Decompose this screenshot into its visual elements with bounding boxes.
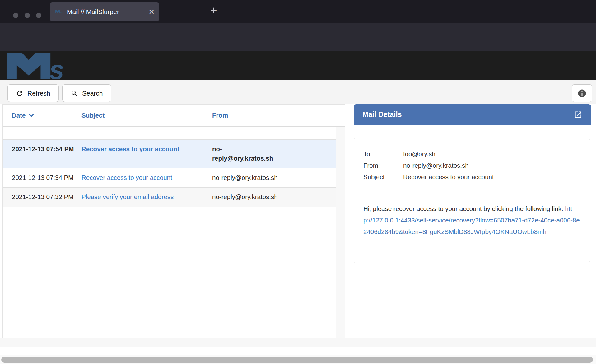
subject-value: Recover access to your account bbox=[403, 171, 494, 183]
mailslurper-logo: s bbox=[7, 53, 74, 79]
window-controls[interactable] bbox=[13, 13, 41, 18]
svg-text:s: s bbox=[49, 55, 64, 79]
mailslurper-favicon-icon: s bbox=[55, 8, 63, 15]
horizontal-scrollbar-thumb[interactable] bbox=[1, 357, 593, 363]
mail-list-panel: Date Subject From 2021-12-13 07:54 PM Re… bbox=[2, 104, 345, 338]
mail-row[interactable]: 2021-12-13 07:54 PM Recover access to yo… bbox=[3, 139, 345, 168]
mail-subject-link[interactable]: Recover access to your account bbox=[81, 174, 172, 181]
footer-gap bbox=[0, 347, 596, 355]
mail-body-text: Hi, please recover access to your accoun… bbox=[363, 205, 565, 212]
sort-chevron-down-icon bbox=[29, 114, 34, 117]
list-vertical-scrollbar[interactable] bbox=[336, 127, 345, 338]
window-minimize-dot[interactable] bbox=[25, 13, 30, 18]
mail-details-title: Mail Details bbox=[362, 110, 402, 119]
to-value: foo@ory.sh bbox=[403, 148, 435, 160]
refresh-label: Refresh bbox=[27, 90, 50, 97]
browser-window: s Mail // MailSlurper × + 127.0.0.1:4436… bbox=[0, 0, 596, 364]
search-label: Search bbox=[82, 90, 103, 97]
mail-date: 2021-12-13 07:54 PM bbox=[3, 144, 81, 163]
svg-text:s: s bbox=[60, 11, 62, 14]
mail-from: no-reply@ory.kratos.sh bbox=[212, 192, 287, 202]
list-spacer bbox=[3, 127, 345, 139]
browser-tab[interactable]: s Mail // MailSlurper × bbox=[50, 2, 159, 21]
mail-row[interactable]: 2021-12-13 07:32 PM Please verify your e… bbox=[3, 187, 345, 207]
from-label: From: bbox=[363, 160, 403, 171]
from-value: no-reply@ory.kratos.sh bbox=[403, 160, 469, 171]
info-button[interactable] bbox=[572, 84, 592, 102]
new-tab-button[interactable]: + bbox=[210, 4, 217, 17]
mail-from: no-reply@ory.kratos.sh bbox=[212, 144, 287, 163]
mail-row[interactable]: 2021-12-13 07:34 PM Recover access to yo… bbox=[3, 168, 345, 187]
info-icon bbox=[577, 89, 587, 98]
mail-date: 2021-12-13 07:34 PM bbox=[3, 173, 81, 182]
search-icon bbox=[71, 90, 78, 97]
window-maximize-dot[interactable] bbox=[36, 13, 41, 18]
mail-details-card: To: foo@ory.sh From: no-reply@ory.kratos… bbox=[354, 138, 590, 263]
mail-from-row: From: no-reply@ory.kratos.sh bbox=[363, 160, 580, 171]
mail-subject-link[interactable]: Recover access to your account bbox=[81, 145, 179, 152]
subject-label: Subject: bbox=[363, 171, 403, 183]
mail-body: Hi, please recover access to your accoun… bbox=[363, 203, 580, 237]
external-link-icon[interactable] bbox=[574, 110, 582, 119]
column-header-from[interactable]: From bbox=[212, 112, 287, 119]
tab-title: Mail // MailSlurper bbox=[67, 8, 146, 16]
mail-to-row: To: foo@ory.sh bbox=[363, 148, 580, 160]
browser-tab-bar: s Mail // MailSlurper × + bbox=[0, 0, 596, 23]
footer-strip bbox=[0, 338, 596, 347]
column-header-subject[interactable]: Subject bbox=[81, 112, 212, 119]
action-toolbar: Refresh Search bbox=[0, 80, 596, 104]
mail-details-header: Mail Details bbox=[354, 104, 591, 125]
horizontal-scrollbar[interactable] bbox=[0, 355, 596, 364]
card-divider bbox=[363, 191, 580, 191]
to-label: To: bbox=[363, 148, 403, 160]
mailslurper-header: s bbox=[0, 51, 596, 80]
mail-date: 2021-12-13 07:32 PM bbox=[3, 192, 81, 202]
search-button[interactable]: Search bbox=[62, 84, 111, 102]
browser-navbar: 127.0.0.1:4436/# 90% bbox=[0, 23, 596, 51]
tab-close-icon[interactable]: × bbox=[149, 7, 154, 16]
mail-from: no-reply@ory.kratos.sh bbox=[212, 173, 287, 182]
column-header-date[interactable]: Date bbox=[3, 112, 81, 119]
mail-subject-row: Subject: Recover access to your account bbox=[363, 171, 580, 183]
window-close-dot[interactable] bbox=[13, 13, 18, 18]
refresh-icon bbox=[16, 90, 23, 97]
refresh-button[interactable]: Refresh bbox=[7, 84, 59, 102]
mail-list-header: Date Subject From bbox=[3, 105, 345, 127]
mail-subject-link[interactable]: Please verify your email address bbox=[81, 193, 174, 200]
